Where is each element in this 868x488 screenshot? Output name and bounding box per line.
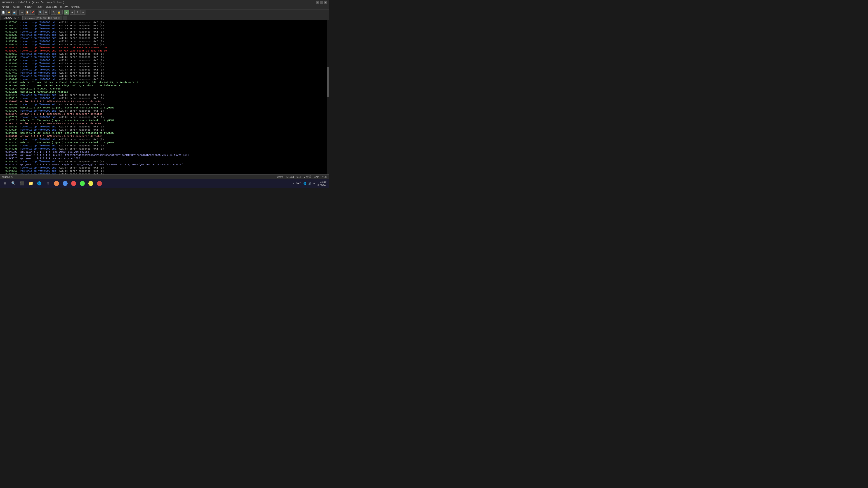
toolbar-help[interactable]: ? <box>75 10 80 15</box>
terminal[interactable]: 9.307008] rockchip-dp ff970000.edp: AUX … <box>0 20 329 174</box>
menu-edit[interactable]: 编辑(E) <box>12 5 23 9</box>
app4-button[interactable] <box>78 180 86 188</box>
tab-1m5uart3-close[interactable]: ✕ <box>18 17 20 19</box>
app1-button[interactable] <box>53 180 61 188</box>
toolbar-settings[interactable]: ⚙ <box>43 10 49 15</box>
terminal-line: 9.342635] usb 2-1.7: GSM modem (1-port) … <box>1 141 328 144</box>
status-sessions: 2 会话 <box>304 175 311 178</box>
scrollbar[interactable] <box>327 20 329 174</box>
date: 2024/1/7 <box>317 184 327 187</box>
app2-icon <box>63 181 68 186</box>
toolbar-font[interactable]: A <box>70 10 74 15</box>
toolbar: 📄 📂 💾 ✂ 📋 📌 🔍 ⚙ 🔌 🔒 ● A ? → <box>0 9 329 15</box>
terminal-line: 9.312727] rockchip-dp ff970000.edp: AUX … <box>1 33 328 37</box>
menu-view[interactable]: 查看(V) <box>23 5 34 9</box>
tab-rootroot[interactable]: 2 rootroot@192.168.186.228 ✕ <box>22 15 62 20</box>
terminal-line: 9.345322] qmi_wwan q 2-1.7:1.4: cdc-wdm0… <box>1 151 328 154</box>
titlebar-controls: ─ □ ✕ <box>316 1 327 4</box>
tray-network[interactable]: 🌐 <box>303 182 307 185</box>
close-button[interactable]: ✕ <box>324 1 327 4</box>
terminal-line: 9.338721] rockchip-dp ff970000.edp: AUX … <box>1 125 328 128</box>
status-size: 271x63 <box>286 175 294 178</box>
toolbar-sep1 <box>18 10 19 14</box>
scrollbar-thumb[interactable] <box>327 67 329 97</box>
tray-lang[interactable]: A <box>313 182 315 185</box>
status-serial: serial://:22 <box>2 175 13 178</box>
terminal-line: 9.345374] qmi_wwan q 2-1.7:1.4: Quectel … <box>1 154 328 157</box>
titlebar-title: 1M5UART3 - Xshell 7 (Free for Home/Schoo… <box>2 1 64 4</box>
status-cap: CAP <box>314 175 319 178</box>
toolbar-copy[interactable]: 📋 <box>25 10 30 15</box>
toolbar-color[interactable]: ● <box>64 10 69 15</box>
status-xterm: xterm <box>277 175 283 178</box>
terminal-line: 9.343885] rockchip-dp ff970000.edp: AUX … <box>1 144 328 147</box>
tab-add-button[interactable]: + <box>63 16 67 20</box>
menubar: 文件(F) 编辑(E) 查看(V) 工具(T) 选项卡(B) 窗口(W) 帮助(… <box>0 5 329 9</box>
app5-button[interactable] <box>87 180 95 188</box>
time-display[interactable]: 10:19 2024/1/7 <box>317 180 327 187</box>
terminal-line: 9.315534] rockchip-dp ff970000.edp: AUX … <box>1 40 328 43</box>
terminal-line: 9.349067] rockchip-dp ff970000.edp: AUX … <box>1 173 328 174</box>
start-button[interactable]: ⊞ <box>1 180 9 188</box>
terminal-line: 9.338677] option 2-1.7:1.2: GSM modem (1… <box>1 122 328 125</box>
terminal-line: 9.326060] rockchip-dp ff970000.edp: AUX … <box>1 68 328 71</box>
toolbar-disconnect[interactable]: 🔒 <box>57 10 61 15</box>
terminal-line: 9.327450] rockchip-dp ff970000.edp: AUX … <box>1 71 328 74</box>
tray-volume[interactable]: 🔊 <box>308 182 311 185</box>
toolbar-search[interactable]: 🔍 <box>38 10 43 15</box>
terminal-line: 9.331521] usb 2-1.7: Manufacturer: Andro… <box>1 90 328 94</box>
app2-button[interactable] <box>61 180 69 188</box>
taskbar-right: ∧ 20°C 🌐 🔊 A 10:19 2024/1/7 <box>292 180 328 187</box>
time: 10:19 <box>317 180 327 184</box>
app6-icon <box>97 181 102 186</box>
statusbar-left: serial://:22 <box>2 175 13 178</box>
terminal-line: 9.337613] usb 2-1.7: GSM modem (1-port) … <box>1 119 328 122</box>
toolbar-extra[interactable]: → <box>81 10 86 15</box>
toolbar-new[interactable]: 📄 <box>1 10 6 15</box>
terminal-line: 9.323263] rockchip-dp ff970000.edp: AUX … <box>1 62 328 65</box>
terminal-line: 9.308515] rockchip-dp ff970000.edp: AUX … <box>1 24 328 27</box>
app6-button[interactable] <box>95 180 103 188</box>
maximize-button[interactable]: □ <box>320 1 323 4</box>
taskview-icon: ⬛ <box>20 181 25 186</box>
taskview-button[interactable]: ⬛ <box>18 180 26 188</box>
app3-button[interactable] <box>70 180 78 188</box>
browser1-button[interactable]: 🌐 <box>35 180 43 188</box>
menu-tools[interactable]: 工具(T) <box>34 5 44 9</box>
terminal-line: 9.331501] usb 2-1.7: New USB device stri… <box>1 84 328 87</box>
statusbar-right: xterm 271x63 63.1 2 会话 CAP NUM <box>277 175 327 178</box>
toolbar-connect[interactable]: 🔌 <box>51 10 56 15</box>
terminal-line: 9.333016] rockchip-dp ff970000.edp: AUX … <box>1 97 328 100</box>
minimize-button[interactable]: ─ <box>316 1 319 4</box>
app3-icon <box>71 181 76 186</box>
windows-taskbar: ⊞ 🔍 ⬛ 📁 🌐 ⚙ <box>0 179 329 188</box>
toolbar-cut[interactable]: ✂ <box>20 10 24 15</box>
toolbar-sep2 <box>36 10 37 14</box>
toolbar-open[interactable]: 📂 <box>6 10 11 15</box>
tray-temp: 20°C <box>296 182 302 185</box>
settings-taskbar-button[interactable]: ⚙ <box>44 180 52 188</box>
toolbar-save[interactable]: 💾 <box>12 10 17 15</box>
terminal-line: 9.345625] qmi_wwan q 2-1.7:1.4: rx_urb_s… <box>1 157 328 160</box>
search-taskbar-button[interactable]: 🔍 <box>9 180 18 188</box>
search-taskbar-icon: 🔍 <box>11 181 16 186</box>
menu-tabs[interactable]: 选项卡(B) <box>44 5 58 9</box>
menu-window[interactable]: 窗口(W) <box>58 5 70 9</box>
terminal-line: 9.311361] rockchip-dp ff970000.edp: AUX … <box>1 30 328 33</box>
tab-1m5uart3[interactable]: 1M5UART3 ✕ <box>1 15 22 20</box>
tab-rootroot-close[interactable]: ✕ <box>58 17 60 19</box>
tray-chevron[interactable]: ∧ <box>292 182 294 185</box>
fileexplorer-button[interactable]: 📁 <box>27 180 35 188</box>
terminal-line: 9.331616] rockchip-dp ff970000.edp: AUX … <box>1 94 328 97</box>
app5-icon <box>88 181 93 186</box>
menu-file[interactable]: 文件(F) <box>1 5 12 9</box>
toolbar-paste[interactable]: 📌 <box>30 10 35 15</box>
app1-icon <box>54 181 59 186</box>
menu-help[interactable]: 帮助(H) <box>70 5 81 9</box>
terminal-line: 9.314132] rockchip-dp ff970000.edp: AUX … <box>1 37 328 40</box>
terminal-line: 9.337322] rockchip-dp ff970000.edp: AUX … <box>1 116 328 119</box>
terminal-line: 9.335155] usb 2-1.7: GSM modem (1-port) … <box>1 106 328 109</box>
terminal-line: 9.318377] rockchip-dp ff970000.edp: Rx M… <box>1 46 328 49</box>
terminal-line: 9.347167] rockchip-dp ff970000.edp: AUX … <box>1 166 328 169</box>
terminal-line: 9.316922] rockchip-dp ff970000.edp: AUX … <box>1 43 328 46</box>
